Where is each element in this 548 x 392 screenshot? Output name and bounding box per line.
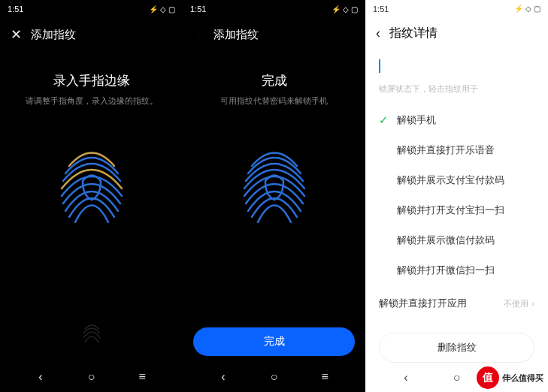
screen-enroll-fingerprint: 1:51 ⚡ ◇ ▢ ✕ 添加指纹 录入手指边缘 请调整手指角度，录入边缘的指纹… <box>0 0 183 392</box>
status-bar: 1:51 ⚡ ◇ ▢ <box>0 0 183 18</box>
back-icon[interactable]: ‹ <box>376 26 380 41</box>
header: ‹ 指纹详情 <box>365 17 548 49</box>
check-icon: ✓ <box>379 113 397 127</box>
wifi-icon: ◇ <box>525 5 531 13</box>
fingerprint-graphic <box>47 132 137 237</box>
done-content: 完成 可用指纹代替密码来解锁手机 <box>183 51 365 362</box>
done-button[interactable]: 完成 <box>193 327 355 356</box>
fingerprint-icon <box>54 136 129 234</box>
done-subheading: 可用指纹代替密码来解锁手机 <box>207 95 341 107</box>
watermark-badge: 值 <box>477 366 499 389</box>
status-icons: ⚡ ◇ ▢ <box>332 5 358 14</box>
row-label: 解锁并直接打开应用 <box>379 297 467 310</box>
delete-button-label: 删除指纹 <box>437 341 477 354</box>
option-label: 解锁并展示支付宝付款码 <box>397 173 504 187</box>
status-bar: 1:51 ⚡ ◇ ▢ <box>183 0 365 18</box>
nav-home-icon[interactable]: ○ <box>83 369 99 385</box>
nav-bar: ‹ ○ ≡ <box>0 362 183 392</box>
options-list: ✓ 解锁手机 解锁并直接打开乐语音 解锁并展示支付宝付款码 解锁并打开支付宝扫一… <box>379 105 534 285</box>
fingerprint-graphic <box>229 132 319 237</box>
nav-recent-icon[interactable]: ≡ <box>316 369 333 385</box>
option-unlock-phone[interactable]: ✓ 解锁手机 <box>379 105 534 135</box>
watermark: 值 什么值得买 <box>477 366 543 389</box>
option-unlock-wechat-code[interactable]: 解锁并展示微信付款码 <box>379 225 534 255</box>
option-label: 解锁并打开微信扫一扫 <box>397 264 495 277</box>
wifi-icon: ◇ <box>160 5 166 14</box>
status-icons: ⚡ ◇ ▢ <box>514 5 540 13</box>
screen-fingerprint-detail: 1:51 ⚡ ◇ ▢ ‹ 指纹详情 锁屏状态下，轻击指纹用于 ✓ 解锁手机 解锁… <box>365 0 548 392</box>
option-unlock-alipay-code[interactable]: 解锁并展示支付宝付款码 <box>379 165 534 195</box>
enroll-heading: 录入手指边缘 <box>53 72 130 89</box>
status-time: 1:51 <box>373 5 514 14</box>
header: ✕ 添加指纹 <box>0 18 183 51</box>
battery-icon: ▢ <box>534 5 540 13</box>
bluetooth-icon: ⚡ <box>332 5 341 14</box>
nav-home-icon[interactable]: ○ <box>265 369 282 385</box>
status-time: 1:51 <box>190 5 332 14</box>
nav-back-icon[interactable]: ‹ <box>215 369 232 385</box>
status-time: 1:51 <box>8 5 149 14</box>
option-label: 解锁并直接打开乐语音 <box>397 143 495 157</box>
option-label: 解锁并展示微信付款码 <box>397 234 495 247</box>
nav-recent-icon[interactable]: ≡ <box>134 369 150 385</box>
row-open-app[interactable]: 解锁并直接打开应用 不使用 › <box>379 285 534 319</box>
header-title: 添加指纹 <box>31 28 76 42</box>
header-title: 指纹详情 <box>389 26 437 41</box>
text-cursor[interactable] <box>379 59 380 73</box>
chevron-right-icon: › <box>531 299 534 308</box>
battery-icon: ▢ <box>168 5 175 14</box>
option-label: 解锁并打开支付宝扫一扫 <box>397 204 504 217</box>
option-unlock-wechat-scan[interactable]: 解锁并打开微信扫一扫 <box>379 255 534 285</box>
header-title: 添加指纹 <box>213 28 259 42</box>
close-icon[interactable]: ✕ <box>193 26 204 43</box>
delete-fingerprint-button[interactable]: 删除指纹 <box>379 333 534 363</box>
nav-back-icon[interactable]: ‹ <box>32 369 49 385</box>
nav-home-icon[interactable]: ○ <box>448 369 465 386</box>
bluetooth-icon: ⚡ <box>514 5 523 13</box>
battery-icon: ▢ <box>351 5 358 14</box>
status-bar: 1:51 ⚡ ◇ ▢ <box>365 0 548 17</box>
enroll-content: 录入手指边缘 请调整手指角度，录入边缘的指纹。 <box>0 51 183 362</box>
close-icon[interactable]: ✕ <box>11 26 22 43</box>
header: ✕ 添加指纹 <box>183 18 365 51</box>
section-hint: 锁屏状态下，轻击指纹用于 <box>379 83 534 95</box>
nav-back-icon[interactable]: ‹ <box>398 369 414 386</box>
option-label: 解锁手机 <box>397 113 436 127</box>
option-unlock-alipay-scan[interactable]: 解锁并打开支付宝扫一扫 <box>379 195 534 225</box>
mini-fingerprint-icon <box>80 320 103 350</box>
watermark-text: 什么值得买 <box>502 372 543 384</box>
wifi-icon: ◇ <box>343 5 349 14</box>
fingerprint-icon <box>237 136 312 234</box>
detail-content: 锁屏状态下，轻击指纹用于 ✓ 解锁手机 解锁并直接打开乐语音 解锁并展示支付宝付… <box>365 49 548 363</box>
enroll-subheading: 请调整手指角度，录入边缘的指纹。 <box>12 95 171 107</box>
nav-bar: ‹ ○ ≡ <box>183 362 365 392</box>
done-button-label: 完成 <box>264 335 285 348</box>
row-value: 不使用 › <box>504 298 534 309</box>
screen-enroll-done: 1:51 ⚡ ◇ ▢ ✕ 添加指纹 完成 可用指纹代替密码来解锁手机 <box>183 0 365 392</box>
done-heading: 完成 <box>262 72 287 89</box>
option-unlock-voice[interactable]: 解锁并直接打开乐语音 <box>379 135 534 165</box>
status-icons: ⚡ ◇ ▢ <box>149 5 175 14</box>
bluetooth-icon: ⚡ <box>149 5 158 14</box>
